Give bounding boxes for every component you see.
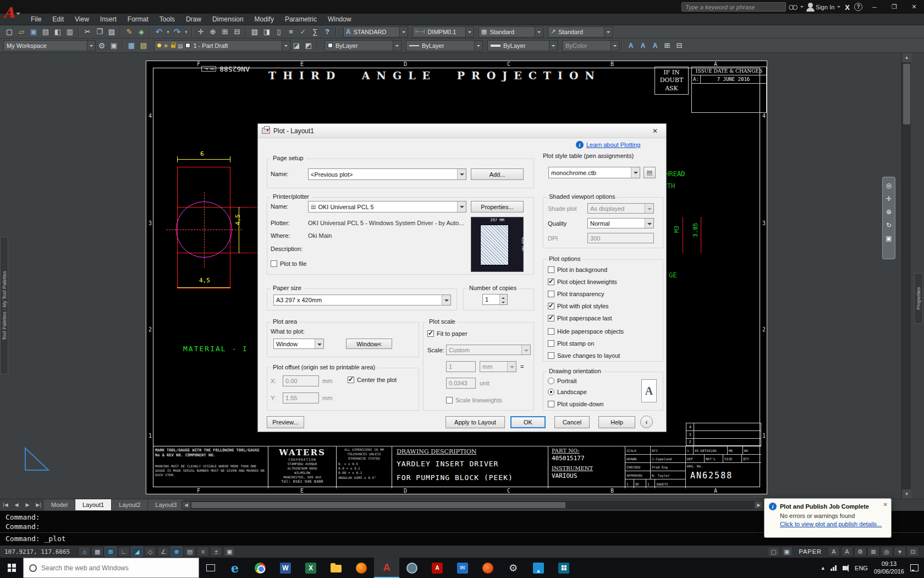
menu-window[interactable]: Window [322, 14, 357, 25]
plot-style-table-combo[interactable]: monochrome.ctb [548, 167, 640, 178]
ok-button[interactable]: OK [510, 416, 546, 428]
zoom-tool-icon[interactable]: ⊕ [886, 208, 892, 216]
scale-denominator-input[interactable]: 0.0343 [446, 378, 476, 389]
landscape-radio[interactable]: Landscape [548, 389, 587, 395]
taskbar-app-firefox[interactable] [349, 558, 374, 578]
tab-layout1[interactable]: Layout1 [75, 499, 112, 511]
new-drawing-icon[interactable] [3, 26, 15, 38]
taskbar-app-photos[interactable] [526, 558, 551, 578]
action-center-icon[interactable] [910, 564, 919, 571]
layer-combo[interactable]: 1 - Part Draft [154, 40, 290, 51]
menu-tools[interactable]: Tools [154, 14, 180, 25]
snap-mode-toggle[interactable]: ▦ [91, 547, 103, 557]
language-indicator[interactable]: ENG [855, 565, 868, 571]
spin-up-icon[interactable] [500, 295, 507, 299]
redo-dropdown-icon[interactable] [183, 26, 189, 38]
hidden-icons-chevron[interactable] [822, 564, 825, 571]
taskbar-app-word[interactable] [273, 558, 298, 578]
design-center-icon[interactable] [261, 26, 273, 38]
quickcalc-icon[interactable] [309, 26, 321, 38]
object-snap-tracking-toggle[interactable]: ∠ [157, 547, 169, 557]
tab-layout2[interactable]: Layout2 [112, 499, 148, 511]
dim-style-combo[interactable]: ⊢⊣ DIMPM0.1 [413, 26, 474, 37]
match-properties-icon[interactable] [123, 26, 135, 38]
taskbar-app-mail[interactable] [450, 558, 475, 578]
scale-lineweights-checkbox[interactable]: Scale lineweights [446, 397, 502, 403]
annotation-autoscale-toggle[interactable]: A [841, 547, 853, 557]
polar-tracking-toggle[interactable]: ◢ [131, 547, 143, 557]
plot-style-combo[interactable]: ByColor [562, 40, 619, 51]
undo-dropdown-icon[interactable] [165, 26, 171, 38]
plot-object-lineweights-checkbox[interactable]: Plot object lineweights [548, 279, 617, 285]
mleader-style-combo[interactable]: ↗ Standard [548, 26, 613, 37]
taskbar-app-store[interactable] [551, 558, 576, 578]
page-setup-name-combo[interactable]: <Previous plot> [308, 168, 466, 180]
save-icon[interactable] [28, 26, 40, 38]
vertical-scroll-thumb[interactable] [903, 64, 910, 124]
scroll-left-icon[interactable]: ◀ [182, 501, 190, 509]
printer-name-combo[interactable]: ▤OKI Universal PCL 5 [308, 201, 466, 212]
quality-combo[interactable]: Normal [587, 218, 654, 228]
layer-properties-manager-icon[interactable] [125, 40, 138, 52]
exchange-apps-icon[interactable] [845, 2, 850, 12]
taskbar-app-excel[interactable] [298, 558, 323, 578]
portrait-radio[interactable]: Portrait [548, 378, 576, 384]
horizontal-scroll-thumb[interactable] [191, 502, 565, 508]
menu-format[interactable]: Format [122, 14, 154, 25]
paper-size-combo[interactable]: A3 297 x 420mm [273, 295, 451, 306]
undo-icon[interactable] [153, 26, 165, 38]
spin-down-icon[interactable] [500, 299, 507, 304]
scale-numerator-input[interactable]: 1 [446, 361, 476, 372]
tool-palettes-tab[interactable]: Tool Palettes - My Tool Palettes [0, 237, 8, 374]
menu-modify[interactable]: Modify [249, 14, 279, 25]
what-to-plot-combo[interactable]: Window [273, 339, 324, 349]
workspace-settings-icon[interactable] [96, 40, 108, 52]
taskbar-app-cad-tool[interactable] [399, 558, 425, 578]
plot-preview-icon[interactable] [52, 26, 64, 38]
isometric-drafting-toggle[interactable]: ◇ [144, 547, 156, 557]
learn-about-plotting[interactable]: Learn about Plotting [576, 141, 640, 149]
navigation-bar[interactable]: ◎ ✛ ⊕ ↻ ▣ [882, 177, 895, 259]
clean-screen-icon[interactable]: ⊡ [907, 547, 919, 557]
search-binoculars-icon[interactable] [789, 4, 798, 10]
preview-button[interactable]: Preview... [267, 416, 304, 428]
offset-x-input[interactable]: 0.00 [283, 375, 319, 386]
volume-icon[interactable] [843, 566, 846, 570]
publish-icon[interactable] [64, 26, 76, 38]
plot-paperspace-last-checkbox[interactable]: Plot paperspace last [548, 315, 612, 321]
help-button[interactable]: Help [598, 416, 635, 428]
ortho-mode-toggle[interactable]: ∟ [118, 547, 130, 557]
infer-constraints-toggle[interactable]: ⌂ [78, 547, 90, 557]
save-changes-to-layout-checkbox[interactable]: Save changes to layout [548, 352, 620, 359]
dynamic-input-toggle[interactable]: ± [210, 547, 222, 557]
maximize-button[interactable] [887, 0, 902, 14]
zoom-realtime-icon[interactable] [207, 26, 219, 38]
notification-details-link[interactable]: Click to view plot and publish details..… [780, 521, 887, 527]
menu-dimension[interactable]: Dimension [207, 14, 249, 25]
start-button[interactable] [0, 558, 23, 578]
scroll-right-icon[interactable]: ▶ [755, 501, 763, 509]
save-workspace-icon[interactable] [108, 40, 120, 52]
hide-paperspace-objects-checkbox[interactable]: Hide paperspace objects [548, 328, 624, 335]
help-search-box[interactable] [681, 2, 804, 12]
plot-stamp-on-checkbox[interactable]: Plot stamp on [548, 340, 594, 347]
vertical-scrollbar[interactable]: ▲ ▼ [901, 53, 911, 499]
scroll-up-icon[interactable]: ▲ [902, 53, 911, 62]
help-icon[interactable] [854, 3, 862, 11]
plot-to-file-checkbox[interactable]: Plot to file [271, 260, 306, 267]
task-view-button[interactable] [199, 558, 222, 578]
annotation-autoscale-icon[interactable] [649, 40, 661, 52]
menu-insert[interactable]: Insert [95, 14, 122, 25]
isolate-objects-icon[interactable]: ◎ [881, 547, 893, 557]
application-menu-button[interactable]: A [3, 1, 24, 24]
open-icon[interactable] [15, 26, 28, 38]
close-button[interactable] [906, 0, 922, 14]
sign-in-button[interactable]: Sign In [808, 4, 840, 10]
taskbar-search[interactable] [23, 558, 199, 578]
scale-combo[interactable]: Custom [446, 345, 531, 355]
minimize-button[interactable] [867, 0, 882, 14]
color-combo[interactable]: ByLayer [324, 40, 402, 51]
first-tab-icon[interactable] [0, 499, 11, 511]
network-icon[interactable] [831, 565, 837, 571]
printer-properties-button[interactable]: Properties... [471, 201, 524, 212]
